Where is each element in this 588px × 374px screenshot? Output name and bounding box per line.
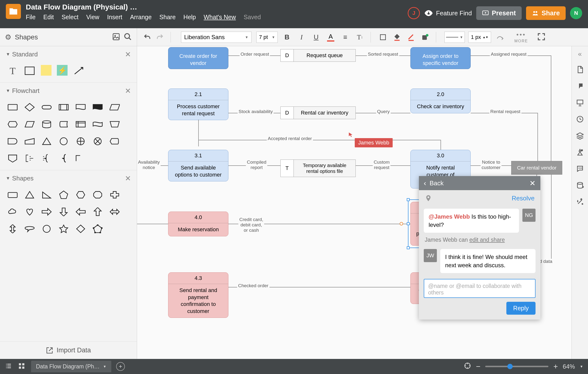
- target-icon[interactable]: [464, 362, 471, 371]
- line-arrow-button[interactable]: [494, 32, 505, 43]
- sh-oct[interactable]: [92, 189, 104, 201]
- canvas[interactable]: Create order for vendor DRequest queue A…: [137, 46, 571, 359]
- fullscreen-button[interactable]: [537, 33, 546, 42]
- fc-tape[interactable]: [92, 118, 104, 130]
- sh-rightarrow[interactable]: [41, 206, 52, 218]
- app-logo[interactable]: [6, 4, 21, 19]
- back-button[interactable]: Back: [430, 179, 444, 187]
- gear-icon[interactable]: ⚙: [5, 33, 11, 41]
- resolve-button[interactable]: Resolve: [512, 195, 535, 202]
- share-button[interactable]: Share: [526, 6, 566, 20]
- sh-rect[interactable]: [7, 189, 19, 201]
- fc-db[interactable]: [41, 118, 52, 130]
- align-button[interactable]: ≡: [340, 32, 351, 43]
- fc-summing[interactable]: [75, 135, 86, 147]
- sh-circle[interactable]: [41, 223, 52, 235]
- fill-button[interactable]: [392, 32, 402, 43]
- page-icon[interactable]: [576, 66, 584, 74]
- node-vendor[interactable]: Car rental vendor: [511, 161, 562, 175]
- sh-heart[interactable]: [24, 206, 35, 218]
- comments-icon[interactable]: [576, 82, 584, 91]
- node-4-3[interactable]: 4.3Send rental and payment confirmation …: [168, 272, 228, 318]
- fc-multidoc[interactable]: [92, 101, 104, 113]
- fc-card[interactable]: [75, 153, 86, 164]
- line-width-select[interactable]: 1 px▲▼: [468, 32, 491, 43]
- zoom-slider[interactable]: [485, 366, 548, 367]
- sh-vbiarrow[interactable]: [7, 223, 19, 235]
- fc-input[interactable]: [24, 135, 35, 147]
- fc-process[interactable]: [7, 101, 19, 113]
- node-4-0[interactable]: 4.0Make reservation: [168, 211, 228, 236]
- grid-icon[interactable]: [18, 362, 25, 371]
- fc-annotation[interactable]: [24, 153, 35, 164]
- chat-icon[interactable]: [576, 165, 584, 174]
- menu-edit[interactable]: Edit: [43, 14, 54, 21]
- shape-arrow[interactable]: [73, 65, 84, 77]
- fc-brace2[interactable]: [58, 153, 70, 164]
- fc-predefined[interactable]: [58, 101, 70, 113]
- back-icon[interactable]: ‹: [424, 179, 426, 187]
- zoom-in-button[interactable]: +: [553, 362, 558, 371]
- fc-delay[interactable]: [7, 135, 19, 147]
- node-2-0[interactable]: 2.0Check car inventory: [410, 88, 471, 113]
- underline-button[interactable]: U: [311, 32, 321, 43]
- sh-star[interactable]: [58, 223, 70, 235]
- fc-manual[interactable]: [109, 118, 121, 130]
- sh-callout[interactable]: [24, 223, 35, 235]
- history-icon[interactable]: [576, 115, 584, 124]
- font-size-select[interactable]: 7 pt▼: [256, 32, 278, 43]
- feature-find-button[interactable]: Feature Find: [424, 9, 472, 18]
- sh-rtri[interactable]: [41, 189, 52, 201]
- datastore-inventory[interactable]: DRental car inventory: [280, 107, 356, 119]
- fc-extract[interactable]: [41, 135, 52, 147]
- text-style-button[interactable]: T↕: [355, 32, 365, 43]
- redo-button[interactable]: [155, 32, 165, 43]
- sh-uparrow[interactable]: [92, 206, 104, 218]
- user-avatar[interactable]: N: [570, 7, 582, 19]
- add-page-button[interactable]: +: [116, 362, 125, 371]
- present-button[interactable]: Present: [476, 6, 522, 20]
- menu-help[interactable]: Help: [183, 14, 196, 21]
- sh-tri[interactable]: [24, 189, 35, 201]
- data-icon[interactable]: [576, 181, 584, 190]
- fc-document[interactable]: [75, 101, 86, 113]
- magic-icon[interactable]: [576, 198, 584, 207]
- presentation-icon[interactable]: [576, 99, 584, 108]
- fc-internal[interactable]: [75, 118, 86, 130]
- shape-rect[interactable]: [24, 65, 35, 77]
- sh-pent[interactable]: [58, 189, 70, 201]
- fc-or[interactable]: [92, 135, 104, 147]
- node-3-1[interactable]: 3.1Send available options to customer: [168, 150, 228, 181]
- theme-icon[interactable]: [576, 148, 584, 157]
- close-icon[interactable]: ✕: [529, 179, 536, 187]
- sh-cloud[interactable]: [7, 206, 19, 218]
- shape-style-button[interactable]: [420, 32, 430, 43]
- italic-button[interactable]: I: [296, 32, 307, 43]
- more-button[interactable]: ••• MORE: [514, 31, 528, 43]
- fc-display[interactable]: [109, 135, 121, 147]
- menu-file[interactable]: File: [26, 14, 35, 21]
- reply-button[interactable]: Reply: [506, 302, 536, 315]
- line-style-select[interactable]: ▼: [444, 32, 465, 43]
- zoom-level[interactable]: 64%: [563, 363, 575, 370]
- menu-view[interactable]: View: [86, 14, 99, 21]
- fc-prep[interactable]: [7, 118, 19, 130]
- menu-select[interactable]: Select: [62, 14, 78, 21]
- palette-standard-header[interactable]: ▼Standard✕: [0, 46, 137, 63]
- font-select[interactable]: Liberation Sans▼: [181, 32, 252, 43]
- location-icon[interactable]: [425, 194, 432, 202]
- close-icon[interactable]: ✕: [125, 174, 131, 183]
- node-create-order[interactable]: Create order for vendor: [168, 47, 228, 69]
- shape-bolt[interactable]: ⚡: [57, 65, 68, 76]
- search-icon[interactable]: [124, 33, 132, 42]
- palette-flowchart-header[interactable]: ▼Flowchart✕: [0, 83, 137, 99]
- crop-button[interactable]: [378, 32, 388, 43]
- page-tab[interactable]: Data Flow Diagram (Ph…▼: [31, 361, 111, 372]
- collaborator-avatar-j[interactable]: J: [408, 7, 420, 19]
- datastore-temp-file[interactable]: TTemporary available rental options file: [280, 160, 356, 177]
- fc-io[interactable]: [24, 118, 35, 130]
- fc-stored[interactable]: [58, 118, 70, 130]
- sh-leftarrow[interactable]: [75, 206, 86, 218]
- layers-icon[interactable]: [576, 132, 584, 141]
- collapse-icon[interactable]: «: [578, 50, 582, 58]
